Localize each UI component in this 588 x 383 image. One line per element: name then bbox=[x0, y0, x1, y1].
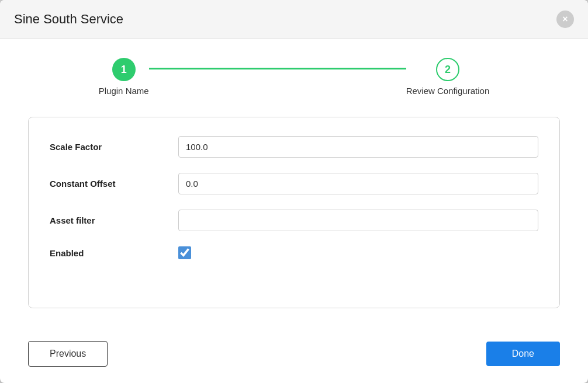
dialog: Sine South Service × 1 Plugin Name 2 Rev… bbox=[0, 0, 588, 383]
constant-offset-input[interactable] bbox=[178, 173, 538, 194]
stepper: 1 Plugin Name 2 Review Configuration bbox=[28, 58, 560, 96]
constant-offset-label: Constant Offset bbox=[50, 179, 178, 189]
scale-factor-label: Scale Factor bbox=[50, 142, 178, 152]
enabled-checkbox[interactable] bbox=[178, 246, 191, 259]
step-1-circle: 1 bbox=[112, 58, 136, 81]
dialog-footer: Previous Done bbox=[0, 341, 588, 383]
step-2-circle: 2 bbox=[436, 58, 459, 81]
step-2-label: Review Configuration bbox=[406, 86, 490, 96]
close-button[interactable]: × bbox=[556, 11, 574, 28]
previous-button[interactable]: Previous bbox=[28, 341, 108, 367]
asset-filter-row: Asset filter bbox=[50, 210, 538, 231]
asset-filter-label: Asset filter bbox=[50, 215, 178, 225]
dialog-body: 1 Plugin Name 2 Review Configuration Sca… bbox=[0, 39, 588, 341]
enabled-row: Enabled bbox=[50, 246, 538, 259]
asset-filter-input[interactable] bbox=[178, 210, 538, 231]
step-1-label: Plugin Name bbox=[99, 86, 149, 96]
dialog-header: Sine South Service × bbox=[0, 0, 588, 39]
step-1: 1 Plugin Name bbox=[99, 58, 149, 96]
constant-offset-row: Constant Offset bbox=[50, 173, 538, 194]
config-box: Scale Factor Constant Offset Asset filte… bbox=[28, 117, 560, 308]
done-button[interactable]: Done bbox=[486, 342, 560, 366]
step-connector bbox=[149, 68, 406, 69]
step-2: 2 Review Configuration bbox=[406, 58, 490, 96]
dialog-title: Sine South Service bbox=[14, 12, 123, 27]
scale-factor-row: Scale Factor bbox=[50, 136, 538, 158]
enabled-label: Enabled bbox=[50, 248, 178, 258]
scale-factor-input[interactable] bbox=[178, 136, 538, 158]
